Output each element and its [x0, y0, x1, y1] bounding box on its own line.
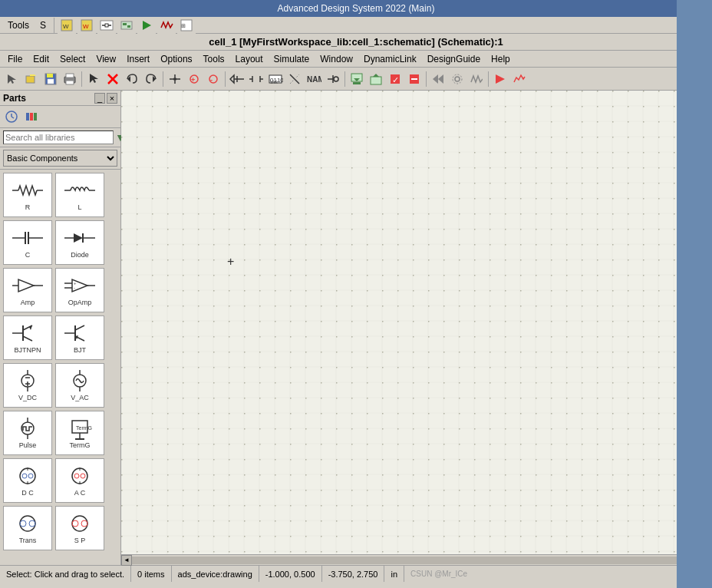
comp-OpAmp[interactable]: + - OpAmp [55, 268, 104, 312]
sep1 [81, 71, 82, 87]
menu-file[interactable]: File [3, 53, 27, 65]
parts-clock-icon[interactable] [3, 108, 20, 125]
schematic-container: ▲ ▼ ◄ ► [121, 91, 712, 565]
outer-menu-tools[interactable]: Tools [3, 19, 34, 31]
menu-edit[interactable]: Edit [28, 53, 54, 65]
comp-row-8: Trans S P [3, 506, 117, 550]
parts-minimize-btn[interactable]: _ [94, 93, 105, 104]
tb-save[interactable] [41, 70, 60, 88]
svg-marker-36 [230, 75, 234, 83]
comp-SP[interactable]: S P [55, 506, 104, 550]
svg-text:+: + [191, 76, 195, 84]
tb-new2[interactable]: W [77, 16, 96, 35]
menu-select[interactable]: Select [55, 53, 90, 65]
tb-upload[interactable] [367, 70, 385, 88]
component-grid: R L [0, 170, 120, 565]
tb-print[interactable] [61, 70, 79, 88]
tb-select-arrow[interactable] [84, 70, 103, 88]
tb-sim[interactable] [137, 16, 156, 35]
tb-pin[interactable]: + [185, 70, 203, 88]
svg-rect-71 [30, 113, 33, 121]
sep6 [488, 71, 489, 87]
outer-menu-s[interactable]: S [35, 19, 51, 31]
menu-insert[interactable]: Insert [122, 53, 154, 65]
search-bar: ▼ [0, 128, 120, 147]
parts-books-icon[interactable] [23, 108, 40, 125]
comp-Trans[interactable]: Trans [3, 506, 52, 550]
tb-redo[interactable] [142, 70, 160, 88]
tb-wire2[interactable]: - [204, 70, 222, 88]
parts-icons-bar [0, 106, 120, 128]
svg-text:W: W [63, 23, 69, 30]
tb-wire[interactable] [166, 70, 184, 88]
comp-VDC[interactable]: V_DC [3, 363, 52, 408]
svg-rect-56 [371, 77, 381, 84]
comp-AC[interactable]: A C [55, 458, 104, 503]
tb-wave2[interactable] [467, 70, 486, 88]
comp-TermG[interactable]: TermG TermG [55, 411, 104, 455]
comp-Diode[interactable]: Diode [55, 220, 104, 265]
tb-new1[interactable]: W [58, 16, 76, 35]
schematic-area[interactable] [121, 91, 701, 554]
scroll-left-arrow[interactable]: ◄ [121, 555, 132, 566]
menu-layout[interactable]: Layout [231, 53, 268, 65]
menu-view[interactable]: View [91, 53, 120, 65]
svg-text:W: W [83, 23, 89, 30]
tb-arrow[interactable] [3, 70, 21, 88]
tb-run-red[interactable] [491, 70, 509, 88]
tb-back[interactable] [429, 70, 447, 88]
menu-dynamiclink[interactable]: DynamicLink [359, 53, 421, 65]
horizontal-scrollbar[interactable]: ◄ ► [121, 554, 712, 565]
tb-open[interactable] [22, 70, 41, 88]
library-dropdown: Basic Components Lumped-Components Sourc… [0, 147, 120, 170]
comp-BJTNPN[interactable]: BJTNPN [3, 315, 52, 360]
tb-chart[interactable] [510, 70, 529, 88]
comp-OpAmp-label: OpAmp [68, 299, 92, 306]
parts-close-btn[interactable]: × [107, 93, 117, 104]
menu-window[interactable]: Window [315, 53, 358, 65]
tb-download[interactable] [348, 70, 366, 88]
menu-options[interactable]: Options [156, 53, 196, 65]
comp-L[interactable]: L [55, 173, 104, 217]
title-bar: Advanced Design System 2022 (Main) × [0, 0, 712, 17]
tb-check-red2[interactable] [405, 70, 424, 88]
tb-digital[interactable]: 0110VAR [266, 70, 285, 88]
svg-text:-: - [210, 76, 213, 84]
tb-wire-tool[interactable] [285, 70, 304, 88]
tb-pin2[interactable] [324, 70, 342, 88]
tb-schematic[interactable] [97, 16, 116, 35]
comp-C[interactable]: C [3, 220, 52, 265]
status-coord2: -3.750, 2.750 [322, 566, 385, 582]
inner-menu-bar: File Edit Select View Insert Options Too… [0, 51, 712, 68]
comp-BJTNPN-label: BJTNPN [14, 346, 41, 354]
tb-wave[interactable] [157, 16, 176, 35]
sep2 [163, 71, 163, 87]
comp-R-label: R [25, 203, 31, 211]
menu-simulate[interactable]: Simulate [269, 53, 315, 65]
menu-help[interactable]: Help [486, 53, 515, 65]
library-select[interactable]: Basic Components Lumped-Components Sourc… [3, 150, 117, 167]
tb-comp2[interactable] [247, 70, 265, 88]
comp-DC[interactable]: D C [3, 458, 52, 503]
comp-row-5: V_DC V_AC [3, 363, 117, 408]
svg-point-64 [455, 77, 460, 81]
comp-Pulse[interactable]: Pulse [3, 411, 52, 455]
search-input[interactable] [3, 130, 114, 144]
comp-Amp[interactable]: Amp [3, 268, 52, 312]
comp-BJT[interactable]: BJT [55, 315, 104, 360]
menu-tools[interactable]: Tools [199, 53, 229, 65]
tb-layout[interactable] [117, 16, 136, 35]
comp-Amp-label: Amp [21, 299, 35, 306]
tb-delete[interactable] [104, 70, 122, 88]
comp-VAC[interactable]: V_AC [55, 363, 104, 408]
comp-R[interactable]: R [3, 173, 52, 217]
tb-undo[interactable] [123, 70, 141, 88]
parts-title: Parts [3, 93, 26, 104]
tb-name[interactable]: NAME [305, 70, 323, 88]
tb-settings[interactable] [448, 70, 466, 88]
menu-designguide[interactable]: DesignGuide [423, 53, 485, 65]
tb-comp1[interactable] [228, 70, 246, 88]
scroll-track-h[interactable] [132, 557, 701, 564]
tb-export[interactable]: ⊞ [177, 16, 196, 35]
tb-check-red[interactable]: ✓ [386, 70, 404, 88]
